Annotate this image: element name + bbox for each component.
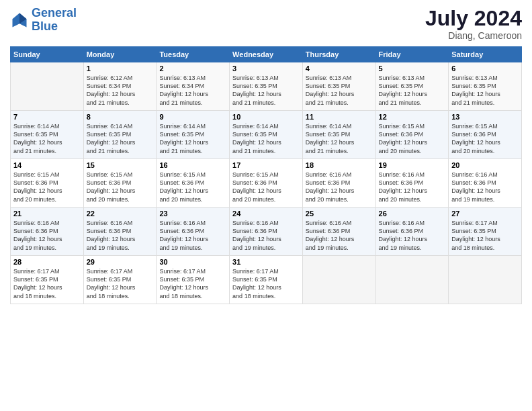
day-number: 15: [87, 161, 154, 169]
day-info: Sunrise: 6:16 AM Sunset: 6:36 PM Dayligh…: [306, 171, 373, 203]
calendar-cell: 3Sunrise: 6:13 AM Sunset: 6:35 PM Daylig…: [230, 62, 303, 111]
day-info: Sunrise: 6:16 AM Sunset: 6:36 PM Dayligh…: [87, 219, 154, 252]
day-info: Sunrise: 6:12 AM Sunset: 6:34 PM Dayligh…: [87, 74, 154, 107]
day-number: 7: [13, 113, 81, 121]
calendar-cell: 14Sunrise: 6:15 AM Sunset: 6:36 PM Dayli…: [11, 159, 84, 208]
week-row: 7Sunrise: 6:14 AM Sunset: 6:35 PM Daylig…: [11, 111, 522, 159]
calendar-cell: [11, 62, 84, 111]
title-block: July 2024 Diang, Cameroon: [425, 7, 522, 41]
day-number: 27: [451, 210, 519, 218]
day-number: 19: [379, 161, 446, 169]
day-number: 26: [379, 210, 446, 218]
calendar-cell: 1Sunrise: 6:12 AM Sunset: 6:34 PM Daylig…: [83, 62, 157, 111]
day-number: 10: [232, 113, 300, 121]
col-tuesday: Tuesday: [157, 47, 230, 62]
day-info: Sunrise: 6:15 AM Sunset: 6:36 PM Dayligh…: [232, 171, 300, 203]
calendar-cell: 6Sunrise: 6:13 AM Sunset: 6:35 PM Daylig…: [449, 62, 522, 111]
day-number: 11: [306, 113, 373, 121]
day-number: 23: [159, 210, 226, 218]
day-info: Sunrise: 6:13 AM Sunset: 6:35 PM Dayligh…: [232, 74, 300, 107]
week-row: 28Sunrise: 6:17 AM Sunset: 6:35 PM Dayli…: [11, 256, 522, 304]
calendar-cell: 9Sunrise: 6:14 AM Sunset: 6:35 PM Daylig…: [157, 111, 230, 159]
day-info: Sunrise: 6:15 AM Sunset: 6:36 PM Dayligh…: [451, 122, 519, 155]
calendar-cell: 18Sunrise: 6:16 AM Sunset: 6:36 PM Dayli…: [302, 159, 375, 208]
logo-icon: [10, 11, 29, 30]
day-number: 17: [232, 161, 300, 169]
day-info: Sunrise: 6:14 AM Sunset: 6:35 PM Dayligh…: [87, 122, 154, 155]
day-info: Sunrise: 6:17 AM Sunset: 6:35 PM Dayligh…: [232, 267, 300, 300]
logo: General Blue: [10, 7, 77, 34]
day-number: 29: [87, 258, 154, 266]
day-number: 2: [159, 64, 226, 73]
logo-line2: Blue: [32, 19, 58, 33]
calendar-cell: 29Sunrise: 6:17 AM Sunset: 6:35 PM Dayli…: [83, 256, 157, 304]
calendar-cell: 8Sunrise: 6:14 AM Sunset: 6:35 PM Daylig…: [83, 111, 157, 159]
day-info: Sunrise: 6:15 AM Sunset: 6:36 PM Dayligh…: [379, 122, 446, 155]
subtitle: Diang, Cameroon: [425, 30, 522, 41]
day-number: 21: [13, 210, 81, 218]
calendar-cell: [375, 256, 449, 304]
calendar-cell: 25Sunrise: 6:16 AM Sunset: 6:36 PM Dayli…: [302, 208, 375, 256]
calendar-cell: 28Sunrise: 6:17 AM Sunset: 6:35 PM Dayli…: [11, 256, 84, 304]
day-number: 13: [451, 113, 519, 121]
day-info: Sunrise: 6:17 AM Sunset: 6:35 PM Dayligh…: [87, 267, 154, 300]
week-row: 21Sunrise: 6:16 AM Sunset: 6:36 PM Dayli…: [11, 208, 522, 256]
col-wednesday: Wednesday: [230, 47, 303, 62]
day-info: Sunrise: 6:16 AM Sunset: 6:36 PM Dayligh…: [379, 219, 446, 252]
calendar-cell: [302, 256, 375, 304]
calendar-cell: 12Sunrise: 6:15 AM Sunset: 6:36 PM Dayli…: [375, 111, 449, 159]
day-number: 1: [87, 64, 154, 73]
calendar-cell: 2Sunrise: 6:13 AM Sunset: 6:34 PM Daylig…: [157, 62, 230, 111]
calendar-cell: 5Sunrise: 6:13 AM Sunset: 6:35 PM Daylig…: [375, 62, 449, 111]
day-info: Sunrise: 6:15 AM Sunset: 6:36 PM Dayligh…: [159, 171, 226, 203]
week-row: 1Sunrise: 6:12 AM Sunset: 6:34 PM Daylig…: [11, 62, 522, 111]
day-number: 8: [87, 113, 154, 121]
calendar-cell: 16Sunrise: 6:15 AM Sunset: 6:36 PM Dayli…: [157, 159, 230, 208]
day-info: Sunrise: 6:16 AM Sunset: 6:36 PM Dayligh…: [159, 219, 226, 252]
calendar-cell: 4Sunrise: 6:13 AM Sunset: 6:35 PM Daylig…: [302, 62, 375, 111]
calendar-cell: 19Sunrise: 6:16 AM Sunset: 6:36 PM Dayli…: [375, 159, 449, 208]
calendar-cell: 11Sunrise: 6:14 AM Sunset: 6:35 PM Dayli…: [302, 111, 375, 159]
col-saturday: Saturday: [449, 47, 522, 62]
page: General Blue July 2024 Diang, Cameroon S…: [0, 0, 532, 411]
day-info: Sunrise: 6:14 AM Sunset: 6:35 PM Dayligh…: [159, 122, 226, 155]
day-info: Sunrise: 6:17 AM Sunset: 6:35 PM Dayligh…: [451, 219, 519, 252]
day-number: 30: [159, 258, 226, 266]
day-info: Sunrise: 6:16 AM Sunset: 6:36 PM Dayligh…: [451, 171, 519, 203]
day-info: Sunrise: 6:15 AM Sunset: 6:36 PM Dayligh…: [87, 171, 154, 203]
calendar-cell: 17Sunrise: 6:15 AM Sunset: 6:36 PM Dayli…: [230, 159, 303, 208]
calendar-cell: 15Sunrise: 6:15 AM Sunset: 6:36 PM Dayli…: [83, 159, 157, 208]
day-info: Sunrise: 6:14 AM Sunset: 6:35 PM Dayligh…: [232, 122, 300, 155]
day-info: Sunrise: 6:13 AM Sunset: 6:35 PM Dayligh…: [306, 74, 373, 107]
day-number: 5: [379, 64, 446, 73]
header: General Blue July 2024 Diang, Cameroon: [10, 7, 522, 41]
calendar-table: Sunday Monday Tuesday Wednesday Thursday…: [10, 46, 522, 304]
day-info: Sunrise: 6:14 AM Sunset: 6:35 PM Dayligh…: [13, 122, 81, 155]
day-number: 14: [13, 161, 81, 169]
day-number: 20: [451, 161, 519, 169]
day-info: Sunrise: 6:13 AM Sunset: 6:35 PM Dayligh…: [379, 74, 446, 107]
week-row: 14Sunrise: 6:15 AM Sunset: 6:36 PM Dayli…: [11, 159, 522, 208]
day-number: 31: [232, 258, 300, 266]
col-thursday: Thursday: [302, 47, 375, 62]
day-number: 12: [379, 113, 446, 121]
day-info: Sunrise: 6:14 AM Sunset: 6:35 PM Dayligh…: [306, 122, 373, 155]
day-info: Sunrise: 6:16 AM Sunset: 6:36 PM Dayligh…: [13, 219, 81, 252]
logo-line1: General: [32, 6, 77, 19]
day-info: Sunrise: 6:16 AM Sunset: 6:36 PM Dayligh…: [306, 219, 373, 252]
calendar-cell: 21Sunrise: 6:16 AM Sunset: 6:36 PM Dayli…: [11, 208, 84, 256]
day-number: 28: [13, 258, 81, 266]
calendar-cell: 20Sunrise: 6:16 AM Sunset: 6:36 PM Dayli…: [449, 159, 522, 208]
day-number: 3: [232, 64, 300, 73]
calendar-cell: 27Sunrise: 6:17 AM Sunset: 6:35 PM Dayli…: [449, 208, 522, 256]
calendar-cell: 30Sunrise: 6:17 AM Sunset: 6:35 PM Dayli…: [157, 256, 230, 304]
col-sunday: Sunday: [11, 47, 84, 62]
day-info: Sunrise: 6:17 AM Sunset: 6:35 PM Dayligh…: [13, 267, 81, 300]
calendar-cell: 26Sunrise: 6:16 AM Sunset: 6:36 PM Dayli…: [375, 208, 449, 256]
col-monday: Monday: [83, 47, 157, 62]
day-number: 4: [306, 64, 373, 73]
calendar-cell: 23Sunrise: 6:16 AM Sunset: 6:36 PM Dayli…: [157, 208, 230, 256]
calendar-cell: 24Sunrise: 6:16 AM Sunset: 6:36 PM Dayli…: [230, 208, 303, 256]
day-number: 25: [306, 210, 373, 218]
day-info: Sunrise: 6:13 AM Sunset: 6:35 PM Dayligh…: [451, 74, 519, 107]
